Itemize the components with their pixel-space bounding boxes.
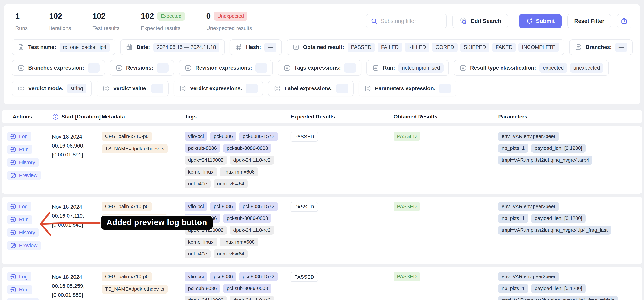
filter-label: Parameters expression: <box>375 85 436 92</box>
box-arrow-icon <box>10 146 17 153</box>
share-button[interactable] <box>617 14 632 28</box>
note-icon <box>574 43 582 51</box>
action-label: Log <box>19 274 28 280</box>
log-button[interactable]: Log <box>7 132 32 141</box>
tag-chip: pci-sub-8086-0008 <box>223 144 272 153</box>
note-icon <box>102 85 110 92</box>
stat-iterations: 102Iterations <box>49 11 71 31</box>
parameter-chip: payload_len=[0,1200] <box>531 284 586 293</box>
log-button[interactable]: Log <box>7 272 32 281</box>
box-arrow-icon <box>10 299 17 300</box>
tag-chip: kernel-linux <box>185 237 217 246</box>
parameters-cell: env=VAR.env.peer2peernb_pkts=1payload_le… <box>498 202 637 235</box>
filter-chip-verdict-value[interactable]: Verdict value:— <box>97 81 169 96</box>
search-input[interactable] <box>381 18 442 24</box>
filter-chip-test-name[interactable]: Test name:rx_one_packet_ip4 <box>12 39 115 55</box>
tag-chip: dpdk-24.11.0-rc2 <box>230 226 274 235</box>
actions-cell: LogRunHistoryPreview <box>7 132 52 180</box>
substring-filter-box[interactable] <box>366 14 447 28</box>
filter-row: Test name:rx_one_packet_ip4Date:2024.05.… <box>12 39 632 55</box>
filter-chip-label-expressions[interactable]: Label expressions:— <box>268 81 354 96</box>
filter-label: Verdict value: <box>113 85 148 92</box>
column-header-obtained-results: Obtained Results <box>394 114 498 120</box>
share-icon <box>620 17 628 25</box>
action-label: Log <box>19 204 28 210</box>
start-duration-cell: Nov 18 202400:16:08.960,[0:00:01.891] <box>52 132 102 159</box>
tags-cell: vfio-pcipci-8086pci-8086-1572pci-sub-808… <box>185 132 290 188</box>
tag-chip: linux-mm=608 <box>220 167 258 176</box>
filter-value: notcompromised <box>398 63 444 73</box>
reset-filter-button[interactable]: Reset Filter <box>567 14 611 28</box>
expected-results-cell: PASSED <box>290 272 394 282</box>
filter-chip-result-type-classification[interactable]: Result type classification:expectedunexp… <box>454 60 609 76</box>
stat-label: Test results <box>92 25 120 31</box>
calendar-icon <box>126 43 133 51</box>
filter-chip-run[interactable]: Run:notcompromised <box>366 60 449 76</box>
hash-icon <box>235 43 243 51</box>
filter-chip-branches[interactable]: Branches:— <box>569 39 632 55</box>
column-header-label: Parameters <box>498 114 528 120</box>
filter-chip-revision-expressions[interactable]: Revision expressions:— <box>179 60 273 76</box>
run-button[interactable]: Run <box>7 145 32 154</box>
start-line: [0:00:01.859] <box>52 290 102 299</box>
tag-chip: pci-sub-8086-0008 <box>223 214 272 223</box>
filter-values: — <box>256 63 268 73</box>
history-button[interactable]: History <box>7 158 39 167</box>
metadata-chip: TS_NAME=dpdk-ethdev-ts <box>102 144 168 153</box>
tag-chip: num_vfs=64 <box>214 249 248 258</box>
note-icon <box>273 85 281 92</box>
filter-chip-verdict-mode[interactable]: Verdict mode:string <box>12 81 92 96</box>
run-button[interactable]: Run <box>7 285 32 294</box>
filter-chip-branches-expression[interactable]: Branches expression:— <box>12 60 105 76</box>
expected-result-chip: PASSED <box>290 272 318 282</box>
filter-value: — <box>336 84 348 93</box>
metadata-chip: TS_NAME=dpdk-ethdev-ts <box>102 284 168 293</box>
parameters-cell: env=VAR.env.peer2peernb_pkts=1payload_le… <box>498 272 637 300</box>
stat-unexpected-results: 0UnexpectedUnexpected results <box>206 11 252 31</box>
submit-button[interactable]: Submit <box>519 14 562 28</box>
start-duration-cell: Nov 18 202400:16:05.259,[0:00:01.859] <box>52 272 102 299</box>
tag-chip: kernel-linux <box>185 167 217 176</box>
note-icon <box>184 64 192 72</box>
filter-chip-date[interactable]: Date:2024.05.15 — 2024.11.18 <box>120 39 225 55</box>
filter-value: PASSED <box>348 43 375 52</box>
box-arrow-icon <box>10 159 17 166</box>
filter-chip-verdict-expressions[interactable]: Verdict expressions:— <box>174 81 263 96</box>
parameter-chip: tmpl=VAR.tmpl.tst2iut.qinq_nvgre4.arp4 <box>498 156 592 165</box>
edit-search-button[interactable]: Edit Search <box>452 14 508 28</box>
expected-results-cell: PASSED <box>290 202 394 212</box>
column-header-expected-results: Expected Results <box>290 114 394 120</box>
filter-values: — <box>264 43 276 52</box>
filter-row: Branches expression:—Revisions:—Revision… <box>12 60 632 76</box>
tag-chip: pci-8086 <box>210 272 236 281</box>
filter-chips: Test name:rx_one_packet_ip4Date:2024.05.… <box>12 39 632 96</box>
start-line: Nov 18 2024 <box>52 132 102 141</box>
filter-chip-obtained-result[interactable]: Obtained result:PASSEDFAILEDKILLEDCOREDS… <box>287 39 564 55</box>
parameter-chip: env=VAR.env.peer2peer <box>498 272 559 281</box>
filter-label: Tags expressions: <box>294 65 341 71</box>
filter-chip-revisions[interactable]: Revisions:— <box>110 60 174 76</box>
filter-value: KILLED <box>405 43 430 52</box>
submit-label: Submit <box>536 18 555 24</box>
filter-value: FAKED <box>492 43 516 52</box>
filter-chip-hash[interactable]: Hash:— <box>230 39 282 55</box>
parameters-cell: env=VAR.env.peer2peernb_pkts=1payload_le… <box>498 132 637 165</box>
results-table-header: ActionsStart [Duration]MetadataTagsExpec… <box>2 110 642 123</box>
tag-chip: dpdk=24110002 <box>185 296 227 300</box>
obtained-result-chip: PASSED <box>394 202 420 211</box>
filter-values: — <box>151 84 163 93</box>
filter-chip-tags-expressions[interactable]: Tags expressions:— <box>278 60 362 76</box>
preview-button[interactable]: Preview <box>7 171 41 180</box>
history-button[interactable]: History <box>7 298 39 300</box>
metadata-cell: CFG=balin-x710-p0TS_NAME=dpdk-ethdev-ts <box>102 132 185 153</box>
filter-label: Verdict mode: <box>28 85 64 92</box>
checkbox-icon <box>292 43 300 51</box>
action-label: Run <box>19 217 28 223</box>
box-arrow-icon <box>10 286 17 293</box>
log-button[interactable]: Log <box>7 202 32 211</box>
column-header-tags: Tags <box>185 114 290 120</box>
filter-chip-parameters-expression[interactable]: Parameters expression:— <box>359 81 456 96</box>
question-icon[interactable] <box>52 113 59 120</box>
filter-value: SKIPPED <box>460 43 490 52</box>
filter-value: string <box>67 84 86 93</box>
